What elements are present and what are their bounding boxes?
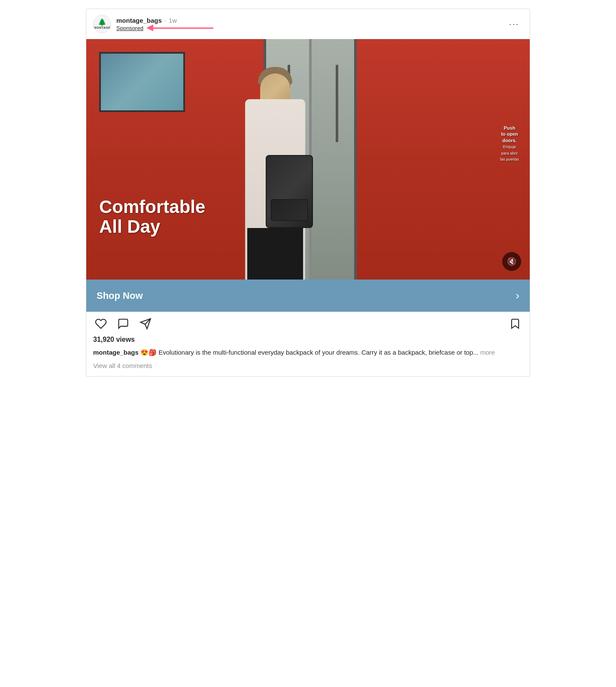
post-caption: montage_bags 😍🎒 Evolutionary is the mult… (86, 347, 530, 361)
avatar[interactable]: 🌲 MONTAGE (93, 15, 111, 33)
sponsored-row: Sponsored (116, 24, 213, 31)
push-sign: Pushto opendoors.Empujepara abrirlas pue… (500, 125, 519, 162)
overlay-line1: Comfortable (99, 197, 205, 217)
avatar-brand-text: MONTAGE (94, 26, 111, 29)
backpack (266, 155, 313, 228)
backpack-pocket (271, 199, 308, 221)
sponsored-label[interactable]: Sponsored (116, 25, 143, 31)
comment-icon (117, 318, 129, 330)
person-figure (219, 56, 331, 280)
heart-icon (95, 318, 107, 330)
person-pants (247, 228, 303, 280)
like-button[interactable] (93, 316, 109, 331)
username[interactable]: montage_bags (116, 17, 162, 24)
caption-more[interactable]: more (480, 349, 495, 356)
overlay-line2: All Day (99, 217, 205, 237)
time-ago: 1w (169, 17, 177, 24)
save-button[interactable] (507, 316, 523, 331)
cta-label: Shop Now (97, 290, 143, 301)
video-scene[interactable]: Comfortable All Day Pushto opendoors.Emp… (86, 39, 530, 280)
arrow-head-icon (146, 24, 153, 31)
video-overlay-text: Comfortable All Day (99, 197, 205, 237)
view-all-comments[interactable]: View all 4 comments (86, 361, 530, 376)
caption-username[interactable]: montage_bags (93, 349, 139, 356)
post-media: Comfortable All Day Pushto opendoors.Emp… (86, 39, 530, 312)
bookmark-icon (509, 318, 521, 330)
mute-icon: 🔇 (507, 257, 516, 266)
train-window-left (99, 52, 185, 112)
views-count: 31,920 views (86, 334, 530, 347)
header-left: 🌲 MONTAGE montage_bags · 1w Sponsored (93, 15, 213, 33)
mute-button[interactable]: 🔇 (502, 252, 521, 271)
door-window-right (336, 65, 338, 142)
instagram-post: 🌲 MONTAGE montage_bags · 1w Sponsored (86, 9, 530, 377)
share-button[interactable] (138, 316, 153, 331)
cta-bar[interactable]: Shop Now › (86, 280, 530, 312)
caption-emojis: 😍🎒 (140, 349, 157, 356)
caption-body: Evolutionary is the multi-functional eve… (158, 349, 478, 356)
push-sign-text: Pushto opendoors.Empujepara abrirlas pue… (500, 125, 519, 161)
post-actions (86, 312, 530, 334)
cta-arrow-icon: › (516, 289, 519, 302)
more-options-button[interactable]: ··· (506, 18, 523, 30)
post-header: 🌲 MONTAGE montage_bags · 1w Sponsored (86, 9, 530, 39)
separator: · (164, 17, 166, 24)
arrow-line (153, 27, 213, 29)
avatar-image: 🌲 MONTAGE (94, 15, 111, 33)
sponsored-arrow-annotation (147, 24, 213, 31)
username-row: montage_bags · 1w (116, 17, 213, 24)
avatar-tree-icon: 🌲 (98, 19, 106, 26)
comment-button[interactable] (115, 316, 131, 331)
header-meta: montage_bags · 1w Sponsored (116, 17, 213, 31)
actions-left (93, 316, 153, 331)
share-icon (140, 318, 152, 330)
